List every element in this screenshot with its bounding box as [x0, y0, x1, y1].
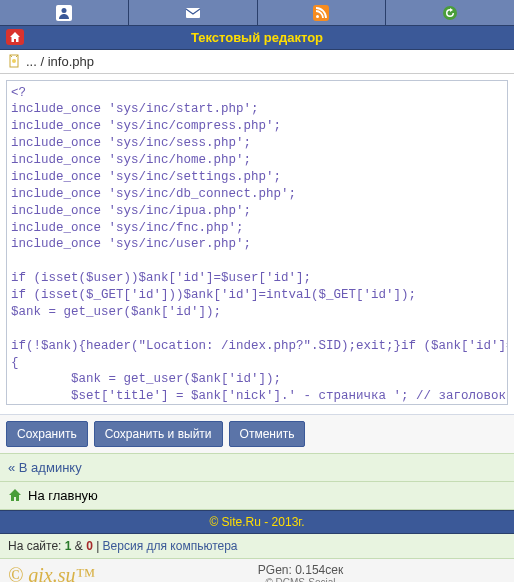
online-guests: 0 — [86, 539, 93, 553]
nav-refresh[interactable] — [386, 0, 514, 25]
rss-icon — [313, 5, 329, 21]
svg-point-1 — [61, 8, 66, 13]
nav-mail[interactable] — [129, 0, 258, 25]
home-button[interactable] — [6, 29, 24, 45]
home-icon — [9, 31, 21, 43]
online-sep: & — [71, 539, 86, 553]
footer-copyright: © Site.Ru - 2013г. — [0, 510, 514, 534]
cancel-button[interactable]: Отменить — [229, 421, 306, 447]
desktop-version-link[interactable]: Версия для компьютера — [103, 539, 238, 553]
mail-icon — [185, 5, 201, 21]
watermark: © gix.su™ — [8, 564, 95, 582]
svg-rect-2 — [186, 8, 200, 18]
back-admin-link[interactable]: « В админку — [8, 460, 82, 475]
to-main-row: На главную — [0, 482, 514, 510]
user-icon — [56, 5, 72, 21]
footer-bottom: © gix.su™ PGen: 0.154сек © DCMS-Social — [0, 559, 514, 582]
nav-user[interactable] — [0, 0, 129, 25]
save-exit-button[interactable]: Сохранить и выйти — [94, 421, 223, 447]
svg-point-4 — [316, 15, 319, 18]
save-button[interactable]: Сохранить — [6, 421, 88, 447]
version-sep: | — [93, 539, 103, 553]
title-bar: Текстовый редактор — [0, 26, 514, 50]
breadcrumb-path: ... / info.php — [26, 54, 94, 69]
footer-stats: На сайте: 1 & 0 | Версия для компьютера — [0, 534, 514, 559]
svg-point-7 — [12, 59, 16, 63]
code-editor[interactable] — [6, 80, 508, 405]
dcms-text: © DCMS-Social — [95, 577, 506, 582]
pgen-text: PGen: 0.154сек — [95, 563, 506, 577]
breadcrumb: ... / info.php — [0, 50, 514, 74]
to-main-link[interactable]: На главную — [28, 488, 98, 503]
top-nav — [0, 0, 514, 26]
file-icon — [8, 54, 22, 68]
editor-container — [0, 74, 514, 414]
refresh-icon — [442, 5, 458, 21]
page-title: Текстовый редактор — [191, 30, 323, 45]
nav-rss[interactable] — [258, 0, 387, 25]
home-green-icon — [8, 488, 22, 502]
pgen-block: PGen: 0.154сек © DCMS-Social — [95, 563, 506, 582]
button-row: Сохранить Сохранить и выйти Отменить — [0, 414, 514, 453]
back-admin-row: « В админку — [0, 453, 514, 482]
online-prefix: На сайте: — [8, 539, 65, 553]
